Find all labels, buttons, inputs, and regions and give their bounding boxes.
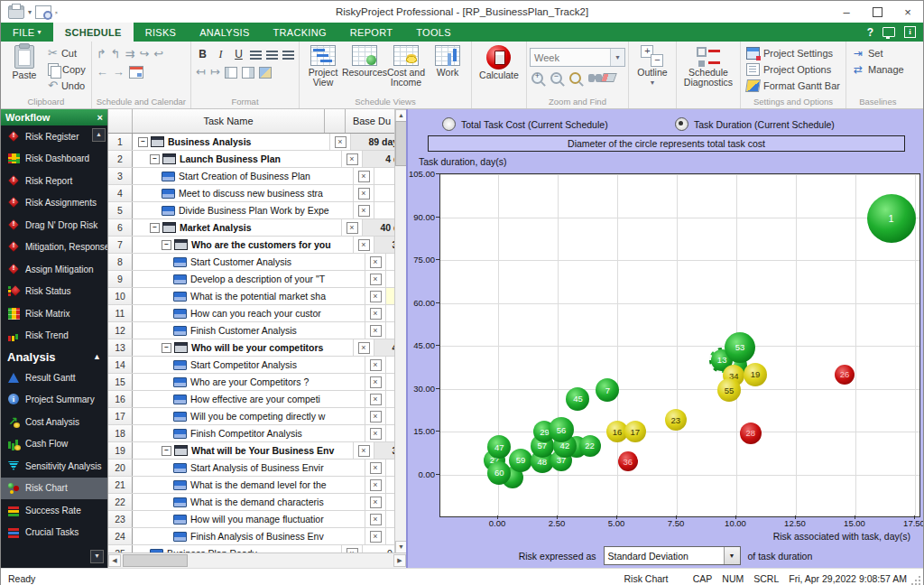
zoom-icon[interactable] — [569, 72, 581, 84]
table-row[interactable]: 23How will you manage fluctuatior×20 day… — [108, 511, 406, 528]
feedback-icon[interactable] — [882, 27, 895, 37]
table-row[interactable]: 24Finish Analysis of Business Env×0 days — [108, 528, 406, 545]
format-cells-icon[interactable] — [259, 67, 272, 79]
task-bubble[interactable]: 17 — [624, 421, 646, 442]
scroll-thumb[interactable] — [123, 554, 188, 567]
table-row[interactable]: 1−Business Analysis×89 days — [108, 134, 406, 151]
sidebar-item-risk-chart[interactable]: Risk Chart — [1, 478, 107, 500]
calculate-button[interactable]: Calculate — [475, 42, 523, 80]
ribbon-button-format-gantt-bar[interactable]: Format Gantt Bar — [744, 78, 843, 94]
sidebar-item-cash-flow[interactable]: Cash Flow — [1, 433, 107, 456]
ribbon-button-manage[interactable]: ⇄Manage — [849, 61, 907, 78]
sidebar-item-risk-matrix[interactable]: Risk Matrix — [1, 302, 107, 325]
zoom-period-dropdown[interactable]: Week ▼ — [530, 48, 625, 67]
help-icon[interactable]: ? — [867, 26, 873, 39]
clear-icon[interactable] — [600, 73, 617, 82]
table-row[interactable]: 20Start Analysis of Business Envir×0 day… — [108, 460, 406, 477]
task-bubble[interactable]: 22 — [579, 435, 601, 457]
task-bubble[interactable]: 59 — [509, 449, 532, 472]
table-row[interactable]: 18Finish Competitor Analysis×0 days — [108, 425, 406, 442]
task-name-header[interactable]: Task Name — [133, 109, 325, 133]
table-row[interactable]: 6−Market Analysis×40 days — [108, 219, 406, 237]
copy-button[interactable]: Copy — [45, 61, 88, 78]
table-row[interactable]: 13−Who will be your competitors×40 days — [108, 339, 406, 357]
underline-button[interactable]: U — [232, 48, 245, 60]
schedule-diagnostics-button[interactable]: Schedule Diagnostics — [679, 42, 737, 88]
back-arrow-icon[interactable]: ← — [97, 66, 108, 79]
table-row[interactable]: 7−Who are the customers for you×30 days — [108, 237, 406, 254]
paste-button[interactable]: Paste — [4, 42, 45, 80]
task-bubble[interactable]: 1 — [867, 194, 916, 243]
scroll-up-icon[interactable]: ▲ — [92, 128, 106, 142]
forward-arrow-icon[interactable]: → — [113, 66, 125, 79]
sidebar-item-crucial-tasks[interactable]: Crucial Tasks — [1, 522, 107, 544]
ribbon-button-cost-and-income[interactable]: Cost and Income — [385, 42, 427, 88]
table-row[interactable]: 16How effective are your competi×15 days — [108, 391, 406, 408]
sidebar-item-mitigation-response[interactable]: Mitigation, Response — [1, 237, 107, 259]
table-row[interactable]: 11How can you reach your custor×10 days — [108, 305, 406, 322]
sidebar-item-risk-report[interactable]: Risk Report — [1, 170, 107, 192]
ribbon-button-set[interactable]: ⇥Set — [849, 45, 907, 61]
info-icon[interactable]: i — [904, 26, 916, 38]
indent-right-icon[interactable]: ↦ — [210, 66, 220, 79]
table-row[interactable]: 15Who are your Competitors ?×10 days — [108, 374, 406, 391]
table-row[interactable]: 12Finish Customer Analysis×0 days — [108, 322, 406, 339]
menu-tab-tracking[interactable]: TRACKING — [262, 23, 338, 42]
menu-tab-risks[interactable]: RISKS — [134, 23, 189, 42]
insert-column-icon[interactable] — [225, 67, 237, 79]
vertical-scrollbar[interactable]: ▲ ▼ — [394, 109, 406, 553]
outdent-task-icon[interactable]: ↩ — [153, 48, 163, 60]
sidebar-item-drag-n-drop-risk[interactable]: Drag N' Drop Risk — [1, 214, 107, 237]
outline-button[interactable]: Outline ▼ — [632, 42, 673, 88]
align-right-icon[interactable] — [282, 50, 294, 60]
radio-task-duration[interactable]: Task Duration (Current Schedule) — [675, 117, 835, 131]
table-row[interactable]: 2−Launch Business Plan×4 days — [108, 151, 406, 168]
task-bubble[interactable]: 19 — [744, 363, 767, 386]
task-bubble[interactable]: 47 — [487, 435, 511, 459]
align-left-icon[interactable] — [250, 50, 262, 60]
ribbon-button-resources[interactable]: Resources — [344, 42, 385, 78]
print-icon[interactable] — [8, 5, 24, 19]
ribbon-button-work[interactable]: Work — [427, 42, 468, 78]
sidebar-item-success-rate[interactable]: Success Rate — [1, 499, 107, 522]
table-row[interactable]: 5Divide Business Plan Work by Expe×1 day — [108, 202, 406, 219]
menu-tab-tools[interactable]: TOOLS — [404, 23, 463, 42]
unlink-tasks-icon[interactable]: ↰ — [111, 48, 121, 60]
collapse-icon[interactable]: − — [150, 223, 160, 233]
sidebar-item-risk-assignments[interactable]: Risk Assignments — [1, 192, 107, 215]
collapse-icon[interactable]: − — [162, 240, 171, 250]
maximize-button[interactable] — [862, 1, 892, 23]
horizontal-scrollbar[interactable]: ◀ ▶ — [108, 552, 406, 568]
table-row[interactable]: 9Develop a description of your "T×10 day… — [108, 271, 406, 288]
radio-total-task-cost[interactable]: Total Task Cost (Current Schedule) — [442, 117, 608, 131]
task-bubble[interactable]: 53 — [725, 332, 755, 363]
menu-tab-schedule[interactable]: SCHEDULE — [53, 23, 134, 42]
resize-grip-icon[interactable] — [910, 575, 921, 585]
scroll-down-icon[interactable]: ▼ — [90, 550, 104, 563]
collapse-icon[interactable]: − — [162, 446, 171, 456]
sidebar-item-sensitivity-analysis[interactable]: Sensitivity Analysis — [1, 455, 107, 478]
collapse-icon[interactable]: − — [138, 137, 148, 147]
table-row[interactable]: 21What is the demand level for the×5 day… — [108, 477, 406, 494]
close-icon[interactable]: × — [97, 112, 103, 123]
scroll-right-icon[interactable]: ▶ — [393, 554, 406, 567]
table-row[interactable]: 14Start Competitor Analysis×0 days — [108, 357, 406, 374]
scroll-left-icon[interactable]: ◀ — [108, 554, 121, 567]
menu-tab-analysis[interactable]: ANALYSIS — [188, 23, 261, 42]
table-row[interactable]: 10What is the potential market sha×10 da… — [108, 288, 406, 305]
risk-measure-dropdown[interactable]: Standard Deviation ▼ — [604, 546, 741, 565]
sidebar-item-risk-dashboard[interactable]: Risk Dashboard — [1, 148, 107, 171]
link-tasks-icon[interactable]: ↱ — [97, 48, 106, 60]
sidebar-item-cost-analysis[interactable]: Cost Analysis — [1, 411, 107, 433]
indent-task-icon[interactable]: ↪ — [139, 48, 149, 60]
indent-left-icon[interactable]: ↤ — [196, 66, 206, 79]
task-bubble[interactable]: 36 — [618, 451, 638, 471]
menu-tab-report[interactable]: REPORT — [338, 23, 404, 42]
zoom-out-icon[interactable]: − — [550, 72, 562, 84]
minimize-button[interactable]: – — [831, 1, 862, 23]
italic-button[interactable]: I — [214, 48, 227, 61]
ribbon-button-project-settings[interactable]: Project Settings — [744, 45, 843, 61]
table-row[interactable]: 8Start Customer Analysis×0 days — [108, 254, 406, 271]
cut-button[interactable]: ✂Cut — [45, 45, 88, 61]
collapse-icon[interactable]: − — [162, 343, 171, 353]
